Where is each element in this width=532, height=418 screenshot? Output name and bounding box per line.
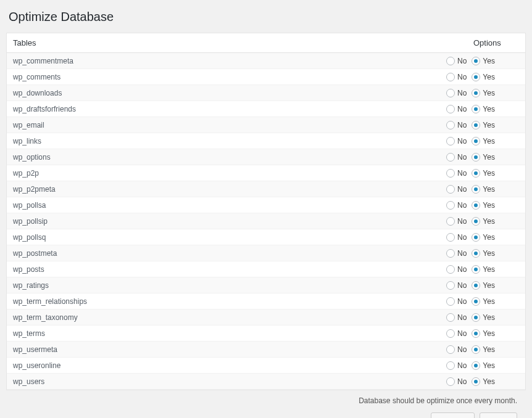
radio-yes-group[interactable]: Yes bbox=[472, 137, 495, 145]
radio-no-label: No bbox=[457, 153, 467, 162]
radio-yes-group[interactable]: Yes bbox=[472, 265, 495, 274]
radio-yes-input[interactable] bbox=[472, 345, 480, 354]
radio-no-input[interactable] bbox=[446, 281, 455, 290]
cancel-button[interactable]: Cancel bbox=[480, 412, 517, 418]
table-name-cell: wp_email bbox=[13, 121, 446, 129]
optimize-button[interactable]: Optimize bbox=[431, 412, 475, 418]
radio-yes-group[interactable]: Yes bbox=[472, 201, 495, 210]
radio-yes-input[interactable] bbox=[472, 361, 480, 370]
radio-no-group[interactable]: No bbox=[446, 201, 467, 210]
radio-no-group[interactable]: No bbox=[446, 345, 467, 354]
radio-yes-input[interactable] bbox=[472, 281, 480, 290]
radio-no-group[interactable]: No bbox=[446, 73, 467, 81]
table-row: wp_useronlineNoYes bbox=[7, 358, 525, 374]
radio-no-group[interactable]: No bbox=[446, 297, 467, 306]
radio-no-input[interactable] bbox=[446, 185, 455, 194]
radio-no-group[interactable]: No bbox=[446, 249, 467, 258]
radio-no-group[interactable]: No bbox=[446, 281, 467, 290]
radio-yes-input[interactable] bbox=[472, 377, 480, 386]
radio-yes-label: Yes bbox=[483, 233, 495, 242]
radio-no-group[interactable]: No bbox=[446, 329, 467, 338]
radio-yes-group[interactable]: Yes bbox=[472, 361, 495, 370]
radio-yes-group[interactable]: Yes bbox=[472, 345, 495, 354]
radio-no-input[interactable] bbox=[446, 377, 455, 386]
radio-yes-group[interactable]: Yes bbox=[472, 329, 495, 338]
radio-yes-input[interactable] bbox=[472, 249, 480, 258]
radio-yes-group[interactable]: Yes bbox=[472, 169, 495, 178]
radio-no-input[interactable] bbox=[446, 105, 455, 113]
radio-no-group[interactable]: No bbox=[446, 217, 467, 226]
radio-yes-group[interactable]: Yes bbox=[472, 105, 495, 113]
radio-yes-input[interactable] bbox=[472, 169, 480, 178]
radio-yes-group[interactable]: Yes bbox=[472, 89, 495, 97]
radio-yes-input[interactable] bbox=[472, 121, 480, 129]
radio-no-group[interactable]: No bbox=[446, 153, 467, 162]
radio-no-group[interactable]: No bbox=[446, 169, 467, 178]
radio-no-input[interactable] bbox=[446, 201, 455, 210]
radio-yes-group[interactable]: Yes bbox=[472, 153, 495, 162]
radio-no-input[interactable] bbox=[446, 73, 455, 81]
radio-yes-group[interactable]: Yes bbox=[472, 217, 495, 226]
radio-no-input[interactable] bbox=[446, 153, 455, 162]
radio-yes-group[interactable]: Yes bbox=[472, 377, 495, 386]
radio-no-input[interactable] bbox=[446, 57, 455, 65]
radio-no-group[interactable]: No bbox=[446, 377, 467, 386]
radio-yes-input[interactable] bbox=[472, 153, 480, 162]
radio-no-label: No bbox=[457, 89, 467, 97]
radio-yes-input[interactable] bbox=[472, 265, 480, 274]
radio-yes-input[interactable] bbox=[472, 57, 480, 65]
radio-yes-group[interactable]: Yes bbox=[472, 57, 495, 65]
radio-no-input[interactable] bbox=[446, 217, 455, 226]
radio-no-group[interactable]: No bbox=[446, 185, 467, 194]
radio-yes-input[interactable] bbox=[472, 201, 480, 210]
table-row: wp_postsNoYes bbox=[7, 261, 525, 277]
radio-no-group[interactable]: No bbox=[446, 57, 467, 65]
radio-no-group[interactable]: No bbox=[446, 313, 467, 322]
options-cell: NoYes bbox=[446, 233, 519, 242]
radio-no-input[interactable] bbox=[446, 121, 455, 129]
radio-no-input[interactable] bbox=[446, 329, 455, 338]
radio-yes-group[interactable]: Yes bbox=[472, 297, 495, 306]
radio-yes-group[interactable]: Yes bbox=[472, 281, 495, 290]
tables-panel: Tables Options wp_commentmetaNoYeswp_com… bbox=[6, 33, 526, 390]
table-name-cell: wp_pollsip bbox=[13, 217, 446, 226]
radio-yes-input[interactable] bbox=[472, 313, 480, 322]
radio-no-input[interactable] bbox=[446, 89, 455, 97]
radio-yes-input[interactable] bbox=[472, 105, 480, 113]
radio-yes-input[interactable] bbox=[472, 297, 480, 306]
radio-no-input[interactable] bbox=[446, 265, 455, 274]
radio-yes-input[interactable] bbox=[472, 73, 480, 81]
radio-no-input[interactable] bbox=[446, 297, 455, 306]
radio-no-input[interactable] bbox=[446, 313, 455, 322]
radio-no-input[interactable] bbox=[446, 249, 455, 258]
radio-no-group[interactable]: No bbox=[446, 121, 467, 129]
table-row: wp_p2pmetaNoYes bbox=[7, 181, 525, 197]
radio-no-input[interactable] bbox=[446, 169, 455, 178]
radio-no-label: No bbox=[457, 201, 467, 210]
radio-yes-group[interactable]: Yes bbox=[472, 121, 495, 129]
radio-yes-input[interactable] bbox=[472, 137, 480, 145]
radio-yes-input[interactable] bbox=[472, 217, 480, 226]
radio-no-input[interactable] bbox=[446, 361, 455, 370]
radio-yes-group[interactable]: Yes bbox=[472, 233, 495, 242]
radio-no-group[interactable]: No bbox=[446, 233, 467, 242]
radio-no-input[interactable] bbox=[446, 137, 455, 145]
radio-yes-label: Yes bbox=[483, 153, 495, 162]
radio-no-group[interactable]: No bbox=[446, 137, 467, 145]
radio-yes-input[interactable] bbox=[472, 233, 480, 242]
radio-no-group[interactable]: No bbox=[446, 105, 467, 113]
radio-no-input[interactable] bbox=[446, 233, 455, 242]
options-cell: NoYes bbox=[446, 169, 519, 178]
radio-no-label: No bbox=[457, 281, 467, 290]
radio-yes-input[interactable] bbox=[472, 185, 480, 194]
radio-no-group[interactable]: No bbox=[446, 89, 467, 97]
radio-yes-group[interactable]: Yes bbox=[472, 249, 495, 258]
radio-yes-group[interactable]: Yes bbox=[472, 313, 495, 322]
radio-no-group[interactable]: No bbox=[446, 265, 467, 274]
radio-yes-input[interactable] bbox=[472, 89, 480, 97]
radio-yes-group[interactable]: Yes bbox=[472, 73, 495, 81]
radio-no-group[interactable]: No bbox=[446, 361, 467, 370]
radio-no-input[interactable] bbox=[446, 345, 455, 354]
radio-yes-group[interactable]: Yes bbox=[472, 185, 495, 194]
radio-yes-input[interactable] bbox=[472, 329, 480, 338]
